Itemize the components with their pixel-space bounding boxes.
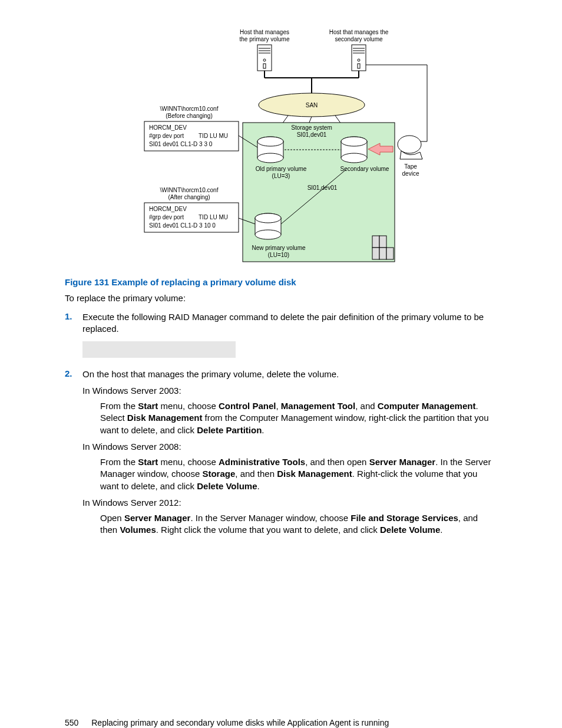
b: Control Panel bbox=[219, 401, 276, 411]
new-primary-label-2: (LU=10) bbox=[268, 252, 289, 258]
conf-after-l1: \WINNT\horcm10.conf bbox=[160, 187, 219, 193]
intro-text: To replace the primary volume: bbox=[65, 293, 497, 303]
grp-headers-2: TID LU MU bbox=[199, 214, 228, 220]
t: . bbox=[440, 525, 442, 535]
svg-rect-44 bbox=[386, 248, 394, 259]
horcm-dev-2: HORCM_DEV bbox=[149, 206, 187, 212]
t: . bbox=[257, 481, 260, 491]
step-1-number: 1. bbox=[65, 311, 82, 321]
b: Server Manager bbox=[124, 513, 191, 523]
footer-section-title: Replacing primary and secondary volume d… bbox=[91, 718, 389, 727]
page-number: 550 bbox=[65, 718, 78, 727]
svg-point-10 bbox=[358, 59, 360, 61]
ws2012-heading: In Windows Server 2012: bbox=[82, 497, 497, 509]
b: Computer Management bbox=[378, 401, 476, 411]
b: Delete Volume bbox=[380, 525, 440, 535]
figure-caption: Figure 131 Example of replacing a primar… bbox=[65, 277, 497, 287]
svg-rect-11 bbox=[358, 64, 360, 68]
b: File and Storage Services bbox=[351, 513, 458, 523]
conf-before-l2: (Before changing) bbox=[166, 113, 213, 119]
tape-label-2: device bbox=[402, 170, 419, 177]
b: Administrative Tools bbox=[219, 457, 305, 467]
svg-rect-41 bbox=[379, 236, 386, 248]
t: menu, choose bbox=[158, 401, 219, 411]
svg-point-39 bbox=[255, 213, 281, 223]
old-primary-label-2: (LU=3) bbox=[272, 173, 290, 179]
svg-rect-42 bbox=[372, 248, 379, 259]
old-primary-cylinder-icon bbox=[257, 137, 283, 163]
svg-point-30 bbox=[341, 153, 367, 163]
grp-dev-port-2: #grp dev port bbox=[149, 214, 184, 220]
host-primary-label-1: Host that manages bbox=[240, 29, 289, 35]
si01-dev01-label-2: SI01,dev01 bbox=[308, 185, 338, 191]
step-2-lead: On the host that manages the primary vol… bbox=[82, 368, 497, 380]
secondary-vol-label: Secondary volume bbox=[340, 166, 389, 172]
b: Start bbox=[138, 457, 158, 467]
page-footer: 550 Replacing primary and secondary volu… bbox=[65, 718, 497, 727]
ws2003-body: From the Start menu, choose Control Pane… bbox=[100, 400, 497, 436]
svg-point-31 bbox=[341, 137, 367, 146]
tape-device-icon bbox=[398, 136, 422, 159]
secondary-cylinder-icon bbox=[341, 137, 367, 163]
b: Disk Management bbox=[127, 413, 203, 423]
conf-before-l1: \WINNT\horcm10.conf bbox=[160, 106, 219, 112]
step-1-text: Execute the following RAID Manager comma… bbox=[82, 311, 497, 335]
t: , and then open bbox=[305, 457, 369, 467]
ws2008-body: From the Start menu, choose Administrati… bbox=[100, 456, 497, 492]
conf-after-l2: (After changing) bbox=[168, 194, 210, 200]
svg-rect-40 bbox=[372, 236, 379, 248]
old-primary-label-1: Old primary volume bbox=[256, 166, 307, 172]
horcm-dev-1: HORCM_DEV bbox=[149, 124, 187, 131]
grp-row-2: SI01 dev01 CL1-D 3 10 0 bbox=[149, 222, 216, 229]
host-primary-label-2: the primary volume bbox=[239, 36, 289, 42]
host-primary-icon bbox=[257, 45, 272, 71]
b: Server Manager bbox=[369, 457, 436, 467]
b: Start bbox=[138, 401, 158, 411]
t: , and then bbox=[235, 469, 277, 479]
tape-label-1: Tape bbox=[404, 163, 417, 170]
new-primary-label-1: New primary volume bbox=[252, 245, 306, 251]
b: Storage bbox=[202, 469, 235, 479]
step-2-number: 2. bbox=[65, 368, 82, 378]
host-secondary-icon bbox=[352, 45, 366, 71]
b: Management Tool bbox=[281, 401, 355, 411]
t: Open bbox=[100, 513, 124, 523]
ws2008-heading: In Windows Server 2008: bbox=[82, 441, 497, 453]
grp-headers-1: TID LU MU bbox=[199, 133, 228, 139]
svg-point-24 bbox=[257, 137, 283, 146]
b: Disk Management bbox=[277, 469, 352, 479]
t: From the bbox=[100, 401, 138, 411]
code-placeholder bbox=[82, 341, 236, 358]
svg-rect-5 bbox=[263, 64, 266, 68]
figure-diagram: Host that manages the primary volume Hos… bbox=[65, 24, 497, 265]
svg-point-38 bbox=[255, 230, 281, 239]
ws2012-body: Open Server Manager. In the Server Manag… bbox=[100, 512, 497, 536]
svg-point-4 bbox=[263, 59, 266, 61]
b: Delete Partition bbox=[197, 425, 262, 435]
svg-point-23 bbox=[257, 153, 283, 163]
grp-dev-port-1: #grp dev port bbox=[149, 133, 184, 139]
t: menu, choose bbox=[158, 457, 219, 467]
t: . bbox=[262, 425, 264, 435]
b: Volumes bbox=[120, 525, 156, 535]
svg-rect-43 bbox=[379, 248, 386, 259]
host-secondary-label-1: Host that manages the bbox=[329, 29, 389, 35]
grp-row-1: SI01 dev01 CL1-D 3 3 0 bbox=[149, 141, 213, 147]
si01-dev01-label-1: SI01,dev01 bbox=[297, 131, 327, 138]
san-label: SAN bbox=[306, 102, 318, 108]
t: . Right click the volume that you want t… bbox=[156, 525, 380, 535]
t: , bbox=[276, 401, 280, 411]
t: , and bbox=[355, 401, 378, 411]
ws2003-heading: In Windows Server 2003: bbox=[82, 385, 497, 397]
t: . In the Server Manager window, choose bbox=[190, 513, 351, 523]
storage-system-label: Storage system bbox=[291, 124, 332, 131]
diagram-svg: Host that manages the primary volume Hos… bbox=[134, 24, 428, 265]
host-secondary-label-2: secondary volume bbox=[335, 36, 383, 42]
b: Delete Volume bbox=[197, 481, 257, 491]
new-primary-cylinder-icon bbox=[255, 213, 281, 239]
t: From the bbox=[100, 457, 138, 467]
